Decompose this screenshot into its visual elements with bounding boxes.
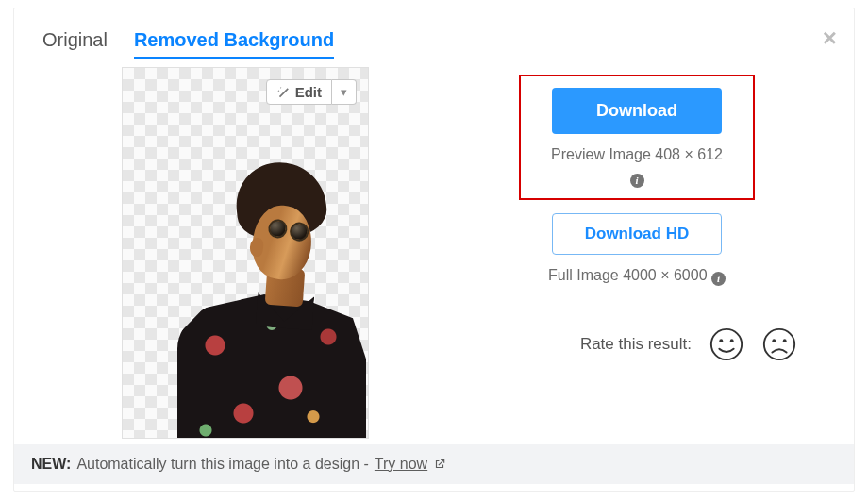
try-now-link[interactable]: Try now [375, 456, 427, 473]
rate-label: Rate this result: [580, 335, 692, 354]
download-hd-area: Download HD Full Image 4000 × 6000 i [548, 213, 726, 287]
edit-button[interactable]: Edit [266, 79, 332, 105]
edit-dropdown-button[interactable]: ▾ [332, 79, 357, 105]
edit-button-label: Edit [295, 84, 322, 100]
side-panel: Download Preview Image 408 × 612 i Downl… [448, 67, 826, 439]
close-icon[interactable]: × [823, 25, 837, 50]
edit-button-group: Edit ▾ [266, 79, 357, 105]
content-area: Edit ▾ Download Preview Image 408 × 612 … [14, 67, 854, 439]
footer-new-badge: NEW: [31, 456, 71, 473]
download-hd-button[interactable]: Download HD [552, 213, 722, 255]
download-highlight: Download Preview Image 408 × 612 i [519, 75, 755, 200]
footer-text: Automatically turn this image into a des… [76, 456, 368, 473]
svg-point-2 [730, 339, 734, 342]
person-cutout [170, 153, 349, 439]
svg-point-5 [783, 339, 787, 342]
preview-size-text: Preview Image 408 × 612 i [543, 143, 730, 189]
full-size-label: Full Image 4000 × 6000 [548, 267, 708, 283]
tab-original[interactable]: Original [42, 29, 108, 59]
preview-area: Edit ▾ [42, 67, 448, 439]
external-link-icon [433, 458, 446, 471]
info-icon[interactable]: i [630, 174, 644, 188]
footer-banner: NEW: Automatically turn this image into … [14, 444, 854, 484]
chevron-down-icon: ▾ [341, 85, 347, 99]
result-card: × Original Removed Background [13, 8, 855, 492]
tab-removed-background[interactable]: Removed Background [134, 29, 334, 59]
svg-point-1 [719, 339, 723, 342]
svg-point-3 [764, 329, 794, 359]
info-icon[interactable]: i [711, 272, 726, 286]
frown-icon[interactable] [761, 326, 797, 362]
wand-icon [276, 86, 290, 99]
download-button[interactable]: Download [552, 88, 722, 134]
preview-size-label: Preview Image 408 × 612 [551, 146, 723, 162]
preview-image: Edit ▾ [122, 67, 369, 439]
svg-point-4 [772, 339, 776, 342]
rate-row: Rate this result: [580, 326, 826, 362]
smile-icon[interactable] [709, 326, 744, 362]
full-size-text: Full Image 4000 × 6000 i [548, 264, 726, 287]
tabs: Original Removed Background [14, 8, 854, 67]
svg-point-0 [711, 329, 742, 359]
